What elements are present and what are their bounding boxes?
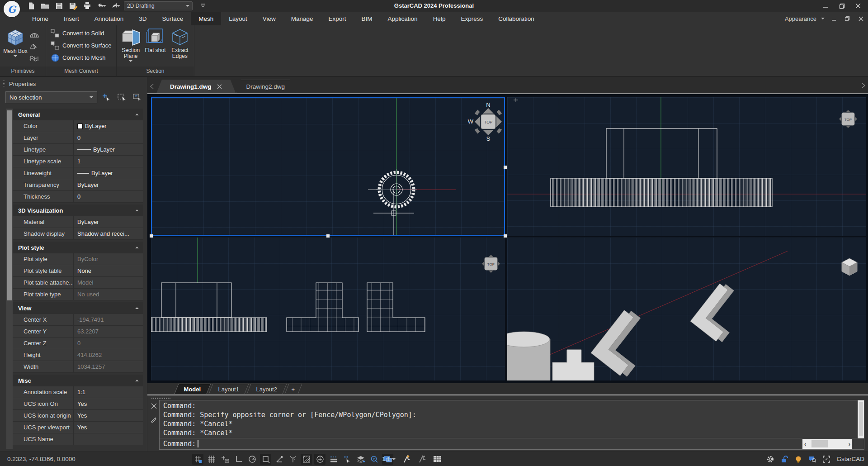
property-row-plot-table-type[interactable]: Plot table typeNo used <box>13 289 143 300</box>
layout-tab-model[interactable]: Model <box>174 384 211 394</box>
command-input[interactable]: Command: ‹ › <box>160 438 864 449</box>
hatch-display-icon[interactable] <box>301 454 312 465</box>
3d-object-snap-icon[interactable] <box>274 454 285 465</box>
menu-item-annotation[interactable]: Annotation <box>87 12 132 25</box>
property-row-ucs-per-viewport[interactable]: UCS per viewportYes <box>13 422 143 433</box>
settings-gear-icon[interactable] <box>765 454 775 465</box>
window-minimize-icon[interactable] <box>817 0 834 12</box>
section-header-3d-visualization[interactable]: 3D Visualization <box>13 204 143 216</box>
section-header-general[interactable]: General <box>13 109 143 120</box>
property-row-center-y[interactable]: Center Y63.2207 <box>13 326 143 338</box>
menu-item-mesh[interactable]: Mesh <box>191 12 221 25</box>
plot-icon[interactable] <box>82 1 92 11</box>
section-plane-button[interactable]: Section Plane <box>119 27 142 66</box>
extract-edges-button[interactable]: Extract Edges <box>169 27 191 66</box>
layout-tab-add[interactable]: + <box>284 384 302 394</box>
doc-tab-drawing2[interactable]: Drawing2.dwg <box>236 80 296 93</box>
menu-item-home[interactable]: Home <box>24 12 56 25</box>
command-resize-corner[interactable] <box>853 439 863 449</box>
annotation-scale-dropdown[interactable]: 1:1 <box>382 456 396 462</box>
menu-item-manage[interactable]: Manage <box>283 12 321 25</box>
undo-icon[interactable] <box>96 1 106 11</box>
snap-type-icon[interactable] <box>219 454 231 465</box>
property-row-material[interactable]: MaterialByLayer <box>13 216 143 228</box>
menu-item-view[interactable]: View <box>255 12 283 25</box>
close-tab-icon[interactable] <box>217 84 222 89</box>
convert-to-mesh-button[interactable]: Convert to Mesh <box>49 52 113 64</box>
open-file-icon[interactable] <box>40 1 50 11</box>
tab-scroll-left-icon[interactable] <box>147 80 156 93</box>
menu-item-collaboration[interactable]: Collaboration <box>491 12 542 25</box>
drawing-canvas[interactable]: TOP N S W E TOP <box>147 93 868 383</box>
property-row-center-x[interactable]: Center X-194.7491 <box>13 314 143 326</box>
section-header-plot-style[interactable]: Plot style <box>13 242 143 253</box>
mesh-box-button[interactable]: Mesh Box <box>3 27 28 63</box>
property-row-ucs-icon-on[interactable]: UCS icon OnYes <box>13 398 143 410</box>
property-row-shadow-display[interactable]: Shadow displayShadow and recei... <box>13 228 143 240</box>
section-header-view[interactable]: View <box>13 302 143 314</box>
lightbulb-icon[interactable] <box>793 454 803 465</box>
viewport-bottom-left[interactable]: TOP <box>151 238 505 380</box>
lineweight-icon[interactable] <box>328 454 339 465</box>
window-close-icon[interactable] <box>850 0 866 12</box>
convert-to-surface-button[interactable]: Convert to Surface <box>49 39 113 52</box>
doc-tab-drawing1[interactable]: Drawing1.dwg <box>156 80 236 93</box>
doc-restore-icon[interactable] <box>843 14 852 23</box>
command-window[interactable]: Command:Command: Specify opposite corner… <box>159 400 864 450</box>
unlock-icon[interactable] <box>779 454 789 465</box>
mesh-wave-icon[interactable] <box>29 54 40 63</box>
property-row-thickness[interactable]: Thickness0 <box>13 191 143 203</box>
snap-icon[interactable] <box>192 454 203 465</box>
feedback-search-icon[interactable] <box>807 454 817 465</box>
property-row-linetype[interactable]: LinetypeByLayer <box>13 144 143 156</box>
property-row-plot-style[interactable]: Plot styleByColor <box>13 253 143 265</box>
edit-command-icon[interactable] <box>150 415 158 423</box>
command-vscrollbar[interactable] <box>858 400 864 438</box>
redo-icon[interactable] <box>110 1 120 11</box>
object-snap-icon[interactable] <box>260 454 271 465</box>
convert-to-solid-button[interactable]: Convert to Solid <box>49 27 113 39</box>
menu-item-application[interactable]: Application <box>380 12 425 25</box>
menu-item-express[interactable]: Express <box>453 12 491 25</box>
tab-scroll-right-icon[interactable] <box>862 83 865 90</box>
property-row-center-z[interactable]: Center Z0 <box>13 338 143 349</box>
new-file-icon[interactable] <box>26 1 36 11</box>
annotation-visibility-icon[interactable] <box>400 454 411 465</box>
property-row-ucs-icon-at-origin[interactable]: UCS icon at originYes <box>13 410 143 422</box>
fullscreen-icon[interactable] <box>821 454 831 465</box>
property-row-annotation-scale[interactable]: Annotation scale1:1 <box>13 386 143 398</box>
menu-item-export[interactable]: Export <box>321 12 354 25</box>
isolate-objects-icon[interactable] <box>355 454 366 465</box>
toolbar-options-icon[interactable] <box>199 2 207 10</box>
quick-view-icon[interactable] <box>368 454 380 465</box>
polar-tracking-icon[interactable] <box>246 454 258 465</box>
save-icon[interactable] <box>54 1 64 11</box>
property-row-plot-style-table[interactable]: Plot style tableNone <box>13 265 143 277</box>
scroll-right-icon[interactable]: › <box>849 441 850 447</box>
property-row-plot-table-attached[interactable]: Plot table attache...Model <box>13 277 143 289</box>
annotation-autoscale-icon[interactable] <box>416 454 427 465</box>
property-row-ucs-name[interactable]: UCS Name <box>13 433 143 445</box>
grid-icon[interactable] <box>206 454 217 465</box>
dynamic-ucs-icon[interactable] <box>287 454 298 465</box>
command-history[interactable]: Command:Command: Specify opposite corner… <box>160 400 858 438</box>
command-hscrollbar[interactable]: ‹ › <box>802 439 852 449</box>
dynamic-input-icon[interactable] <box>314 454 326 465</box>
selection-filter-dropdown[interactable]: No selection <box>5 91 97 103</box>
property-row-lineweight[interactable]: LineweightByLayer <box>13 167 143 179</box>
property-row-width[interactable]: Width1034.1257 <box>13 361 143 373</box>
flat-shot-button[interactable]: Flat shot <box>144 27 166 66</box>
properties-title[interactable]: Properties <box>0 77 147 90</box>
select-objects-icon[interactable] <box>116 92 128 103</box>
layout-tab-layout2[interactable]: Layout2 <box>246 384 287 394</box>
property-row-height[interactable]: Height414.8262 <box>13 349 143 361</box>
toggle-pickadd-icon[interactable] <box>101 92 113 103</box>
selection-cycling-icon[interactable] <box>341 454 353 465</box>
quick-select-icon[interactable] <box>132 92 143 103</box>
ortho-icon[interactable] <box>233 454 244 465</box>
viewport-bottom-right[interactable] <box>507 238 866 380</box>
property-row-layer[interactable]: Layer0 <box>13 132 143 144</box>
menu-item-help[interactable]: Help <box>425 12 453 25</box>
doc-close-icon[interactable] <box>856 14 865 23</box>
menu-item-surface[interactable]: Surface <box>155 12 191 25</box>
